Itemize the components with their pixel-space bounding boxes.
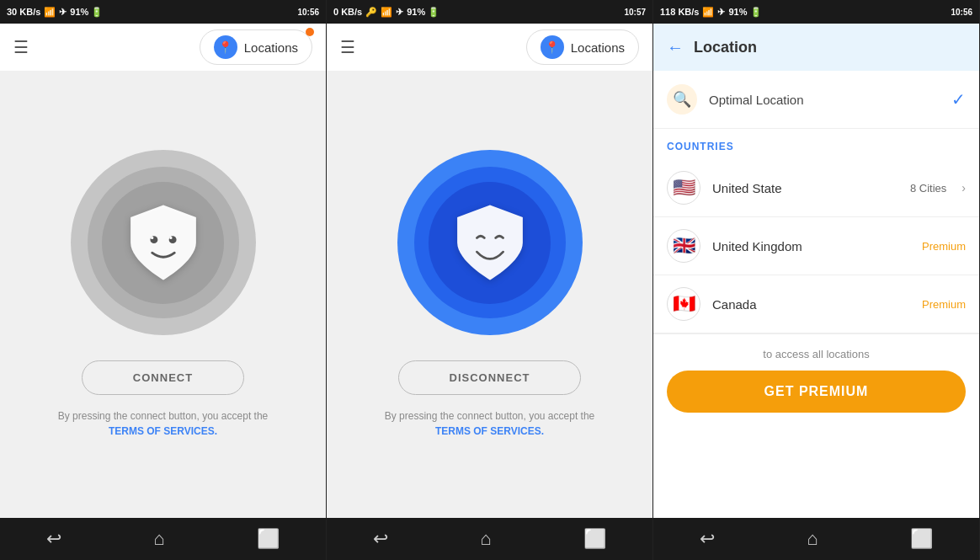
battery-2: 91% 🔋 [407,7,439,18]
time-1: 10:56 [297,8,319,17]
app-bar-2: ☰ 📍 Locations [327,24,652,71]
nav-bar-1: ↩ ⌂ ⬜ [0,518,326,560]
us-country-name: United State [712,181,898,195]
status-right-3: 10:56 [951,8,972,17]
wifi-icon-1: 📶 [44,7,56,18]
locations-button-1[interactable]: 📍 Locations [200,29,312,65]
network-speed-3: 118 KB/s [660,7,699,17]
ca-premium-meta: Premium [922,298,966,311]
airplane-icon-3: ✈ [717,7,725,18]
airplane-icon-1: ✈ [59,7,67,18]
main-content-1: CONNECT By pressing the connect button, … [0,71,326,518]
status-bar-2: 0 KB/s 🔑 📶 ✈ 91% 🔋 10:57 [327,0,652,24]
time-3: 10:56 [951,8,972,17]
ca-country-name: Canada [712,297,910,312]
recents-nav-icon-2[interactable]: ⬜ [583,528,606,550]
back-nav-icon-1[interactable]: ↩ [46,528,61,550]
menu-icon-1[interactable]: ☰ [13,37,29,57]
terms-link-2[interactable]: TERMS OF SERVICES. [435,425,544,437]
status-left-1: 30 KB/s 📶 ✈ 91% 🔋 [7,7,103,18]
svg-point-3 [169,237,172,239]
app-bar-3: ← Location [653,24,979,71]
wifi-icon-2: 📶 [381,7,392,18]
home-nav-icon-2[interactable]: ⌂ [480,528,491,550]
uk-premium-meta: Premium [922,240,966,253]
recents-nav-icon-3[interactable]: ⬜ [910,528,933,550]
time-2: 10:57 [624,8,646,17]
us-flag-icon: 🇺🇸 [667,171,700,205]
us-cities-meta: 8 Cities [910,182,946,195]
terms-link-1[interactable]: TERMS OF SERVICES. [109,425,217,437]
nav-bar-2: ↩ ⌂ ⬜ [327,518,652,560]
chevron-icon-us: › [961,181,966,195]
app-bar-1: ☰ 📍 Locations [0,24,326,71]
uk-country-name: United Kingdom [712,239,910,253]
network-speed-2: 0 KB/s [333,7,362,17]
location-icon-2: 📍 [541,35,564,59]
shield-icon-1 [125,200,201,285]
status-left-3: 118 KB/s 📶 ✈ 91% 🔋 [660,7,762,18]
ca-flag-icon: 🇨🇦 [667,287,700,321]
notification-dot-1 [306,28,314,36]
menu-icon-2[interactable]: ☰ [340,37,355,57]
battery-3: 91% 🔋 [728,7,761,18]
status-bar-1: 30 KB/s 📶 ✈ 91% 🔋 10:56 [0,0,326,24]
list-item[interactable]: 🇺🇸 United State 8 Cities › [653,159,979,217]
location-icon-1: 📍 [214,35,237,59]
locations-label-1: Locations [244,40,298,55]
network-speed-1: 30 KB/s [7,7,40,17]
status-right-1: 10:56 [297,8,319,17]
status-bar-3: 118 KB/s 📶 ✈ 91% 🔋 10:56 [653,0,979,24]
locations-list: 🔍 Optimal Location ✓ COUNTRIES 🇺🇸 United… [653,71,979,518]
nav-bar-3: ↩ ⌂ ⬜ [653,518,979,560]
premium-cta-section: to access all locations GET PREMIUM [653,333,979,426]
status-right-2: 10:57 [624,8,646,17]
svg-point-2 [151,237,153,239]
locations-button-2[interactable]: 📍 Locations [526,29,639,65]
disconnect-button[interactable]: DISCONNECT [398,360,582,395]
footer-text-1: By pressing the connect button, you acce… [58,408,269,439]
page-title-3: Location [694,39,757,56]
phone-panel-disconnected: 30 KB/s 📶 ✈ 91% 🔋 10:56 ☰ 📍 Locations [0,0,327,560]
connect-button[interactable]: CONNECT [82,360,244,395]
footer-text-2: By pressing the connect button, you acce… [385,408,595,439]
optimal-label: Optimal Location [709,93,940,107]
footer-main-text-1: By pressing the connect button, you acce… [58,410,269,422]
back-button-3[interactable]: ← [667,38,684,57]
optimal-location-row[interactable]: 🔍 Optimal Location ✓ [653,71,979,129]
home-nav-icon-3[interactable]: ⌂ [807,528,818,550]
battery-1: 91% 🔋 [70,7,103,18]
check-icon: ✓ [951,89,966,109]
airplane-icon-2: ✈ [396,7,403,18]
main-content-2: DISCONNECT By pressing the connect butto… [327,71,652,518]
optimal-icon: 🔍 [667,84,697,115]
list-item[interactable]: 🇨🇦 Canada Premium [653,275,979,333]
locations-label-2: Locations [571,40,625,55]
phone-panel-locations: 118 KB/s 📶 ✈ 91% 🔋 10:56 ← Location 🔍 Op… [653,0,980,560]
get-premium-button[interactable]: GET PREMIUM [667,371,966,413]
footer-main-text-2: By pressing the connect button, you acce… [385,410,595,422]
cta-text: to access all locations [667,348,966,360]
home-nav-icon-1[interactable]: ⌂ [153,528,164,550]
shield-container-1[interactable] [71,150,256,335]
shield-icon-2 [452,200,528,285]
phone-panel-connected: 0 KB/s 🔑 📶 ✈ 91% 🔋 10:57 ☰ 📍 Locations [327,0,653,560]
back-nav-icon-2[interactable]: ↩ [373,528,388,550]
shield-container-2[interactable] [397,150,583,335]
back-nav-icon-3[interactable]: ↩ [700,528,715,550]
wifi-icon-3: 📶 [702,7,714,18]
key-icon: 🔑 [365,7,377,18]
status-left-2: 0 KB/s 🔑 📶 ✈ 91% 🔋 [333,7,439,18]
recents-nav-icon-1[interactable]: ⬜ [257,528,280,550]
uk-flag-icon: 🇬🇧 [667,229,700,263]
list-item[interactable]: 🇬🇧 United Kingdom Premium [653,217,979,275]
countries-header: COUNTRIES [653,129,979,159]
